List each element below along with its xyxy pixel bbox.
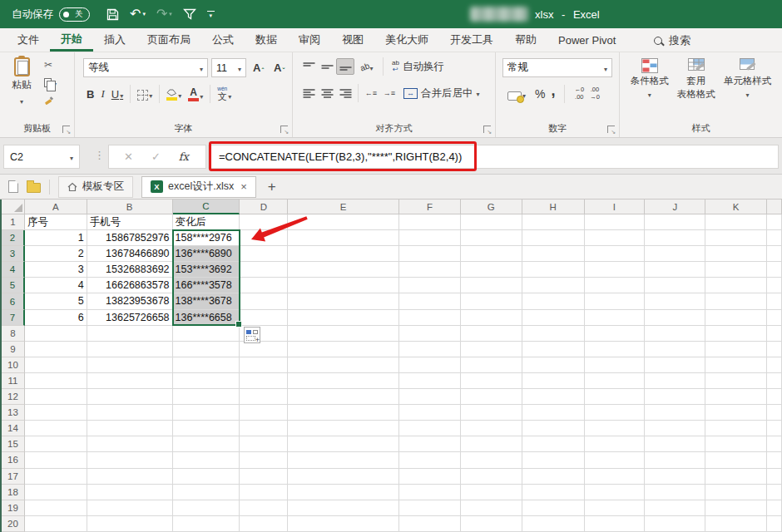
font-size-select[interactable]: 11 (211, 58, 246, 77)
cell-B19[interactable] (87, 500, 173, 516)
cell-B8[interactable] (87, 326, 173, 342)
column-header-G[interactable]: G (461, 200, 522, 214)
cell-A16[interactable] (25, 452, 87, 468)
cell-B1[interactable]: 手机号 (87, 214, 173, 230)
clipboard-dialog-launcher[interactable] (62, 126, 70, 133)
conditional-formatting-button[interactable]: 条件格式 (631, 58, 669, 101)
cell-D1[interactable] (240, 214, 288, 230)
cell-J6[interactable] (645, 293, 705, 309)
cell-G1[interactable] (461, 214, 522, 230)
cell-I19[interactable] (585, 500, 646, 516)
cell-A4[interactable]: 3 (25, 262, 87, 278)
cell-x2[interactable] (767, 230, 782, 246)
cell-J5[interactable] (645, 278, 705, 293)
cell-I18[interactable] (585, 485, 646, 500)
cell-C18[interactable] (173, 485, 240, 500)
cell-B10[interactable] (87, 357, 173, 373)
cell-x13[interactable] (767, 405, 782, 421)
cell-H11[interactable] (522, 373, 585, 389)
cell-C9[interactable] (173, 342, 240, 357)
cell-K6[interactable] (705, 293, 767, 309)
cell-F17[interactable] (399, 469, 461, 485)
cell-D6[interactable] (240, 293, 288, 309)
autofill-options-button[interactable]: + (244, 327, 260, 343)
cell-x3[interactable] (767, 246, 782, 262)
cell-A14[interactable] (25, 421, 87, 436)
cancel-icon[interactable]: ✕ (124, 150, 133, 163)
cell-D3[interactable] (240, 246, 288, 262)
cell-C4[interactable]: 153****3692 (173, 262, 240, 278)
cell-E17[interactable] (288, 469, 399, 485)
underline-button[interactable]: U (108, 88, 126, 101)
cell-G14[interactable] (461, 421, 522, 436)
cell-B14[interactable] (87, 421, 173, 436)
cell-I12[interactable] (585, 389, 646, 405)
select-all-corner[interactable] (2, 200, 25, 214)
cell-E16[interactable] (288, 452, 399, 468)
cell-D19[interactable] (240, 500, 288, 516)
row-header-5[interactable]: 5 (2, 278, 25, 293)
insert-function-icon[interactable]: fx (179, 150, 189, 163)
column-header-D[interactable]: D (240, 200, 288, 214)
cell-H3[interactable] (522, 246, 585, 262)
cell-A10[interactable] (25, 357, 87, 373)
tab-active-document[interactable]: excel设计.xlsx × (141, 176, 256, 198)
cell-I1[interactable] (585, 214, 646, 230)
cell-x1[interactable] (767, 214, 782, 230)
cell-F5[interactable] (399, 278, 461, 293)
decrease-font-button[interactable]: Aˇ (270, 62, 288, 74)
cell-H13[interactable] (522, 405, 585, 421)
bold-button[interactable]: B (83, 88, 97, 101)
cell-G6[interactable] (461, 293, 522, 309)
cell-J16[interactable] (645, 452, 705, 468)
cell-K17[interactable] (705, 469, 767, 485)
cell-B20[interactable] (87, 516, 173, 532)
cell-A7[interactable]: 6 (25, 310, 87, 326)
cell-J17[interactable] (645, 469, 705, 485)
redo-button[interactable]: ↷ ▾ (156, 7, 172, 21)
cell-F13[interactable] (399, 405, 461, 421)
cell-H19[interactable] (522, 500, 585, 516)
cell-K12[interactable] (705, 389, 767, 405)
cell-A2[interactable]: 1 (25, 230, 87, 246)
cell-D17[interactable] (240, 469, 288, 485)
cell-C7[interactable]: 136****6658 (173, 310, 240, 326)
cell-H6[interactable] (522, 293, 585, 309)
cell-K5[interactable] (705, 278, 767, 293)
cell-J10[interactable] (645, 357, 705, 373)
cell-D20[interactable] (240, 516, 288, 532)
cell-C17[interactable] (173, 469, 240, 485)
cell-K3[interactable] (705, 246, 767, 262)
cell-E19[interactable] (288, 500, 399, 516)
column-header-I[interactable]: I (585, 200, 646, 214)
cell-I9[interactable] (585, 342, 646, 357)
cell-C1[interactable]: 变化后 (173, 214, 240, 230)
cell-A12[interactable] (25, 389, 87, 405)
cell-G17[interactable] (461, 469, 522, 485)
cell-D18[interactable] (240, 485, 288, 500)
cell-E13[interactable] (288, 405, 399, 421)
cell-J4[interactable] (645, 262, 705, 278)
cell-x4[interactable] (767, 262, 782, 278)
cell-x7[interactable] (767, 310, 782, 326)
cell-H10[interactable] (522, 357, 585, 373)
cell-A3[interactable]: 2 (25, 246, 87, 262)
cell-B5[interactable]: 16626863578 (87, 278, 173, 293)
cell-J3[interactable] (645, 246, 705, 262)
cell-x6[interactable] (767, 293, 782, 309)
close-tab-icon[interactable]: × (240, 180, 247, 193)
autosave-toggle[interactable]: 关 (59, 7, 90, 22)
phonetic-dropdown-icon[interactable] (228, 89, 231, 101)
cell-F9[interactable] (399, 342, 461, 357)
cell-J11[interactable] (645, 373, 705, 389)
autosave-control[interactable]: 自动保存 关 (12, 7, 90, 22)
cell-K13[interactable] (705, 405, 767, 421)
cell-G16[interactable] (461, 452, 522, 468)
cell-G7[interactable] (461, 310, 522, 326)
cell-K7[interactable] (705, 310, 767, 326)
row-header-11[interactable]: 11 (2, 373, 25, 389)
cell-C11[interactable] (173, 373, 240, 389)
cell-C13[interactable] (173, 405, 240, 421)
copy-button[interactable] (44, 76, 57, 88)
cell-I17[interactable] (585, 469, 646, 485)
